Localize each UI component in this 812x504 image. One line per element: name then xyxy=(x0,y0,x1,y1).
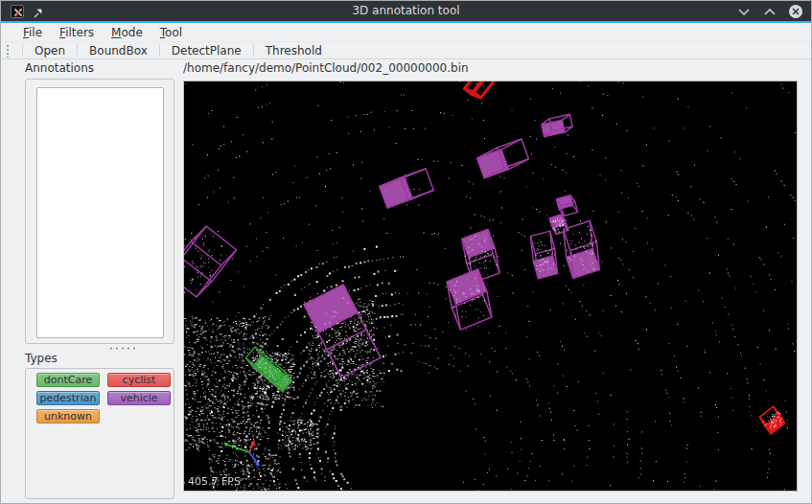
type-button-unknown[interactable]: unknown xyxy=(36,409,100,424)
type-button-dontcare[interactable]: dontCare xyxy=(36,373,100,387)
window-title: 3D annotation tool xyxy=(1,1,811,21)
annotations-label: Annotations xyxy=(25,61,94,75)
toolbar: OpenBoundBoxDetectPlaneThreshold xyxy=(1,41,811,59)
annotations-groupbox xyxy=(25,79,174,344)
toolbar-button-detectplane[interactable]: DetectPlane xyxy=(166,43,247,58)
type-button-cyclist[interactable]: cyclist xyxy=(107,373,171,387)
maximize-button[interactable] xyxy=(762,4,777,18)
types-label: Types xyxy=(25,352,58,365)
type-button-vehicle[interactable]: vehicle xyxy=(107,391,171,405)
fps-counter: 405.7 FPS xyxy=(188,475,241,488)
pin-icon[interactable] xyxy=(33,5,44,17)
toolbar-separator xyxy=(77,44,78,57)
close-icon xyxy=(789,5,802,18)
close-button[interactable] xyxy=(788,4,802,18)
app-window: 3D annotation tool FileFiltersModeTool xyxy=(0,0,812,504)
current-file-path: /home/fancy/demo/PointCloud/002_00000000… xyxy=(183,61,469,75)
titlebar: 3D annotation tool xyxy=(1,1,811,21)
types-groupbox: dontCarecyclistpedestrianvehicleunknown xyxy=(25,368,174,499)
menu-item-tool[interactable]: Tool xyxy=(153,25,189,40)
toolbar-separator xyxy=(22,44,23,57)
annotations-list[interactable] xyxy=(36,87,164,338)
app-menu-icon[interactable] xyxy=(11,5,24,18)
panel-splitter-handle[interactable] xyxy=(108,346,135,351)
minimize-button[interactable] xyxy=(736,4,751,18)
pointcloud-viewport: 405.7 FPS xyxy=(183,80,798,492)
viewport-canvas[interactable] xyxy=(184,81,797,491)
menu-item-mode[interactable]: Mode xyxy=(104,25,150,40)
toolbar-drag-handle[interactable] xyxy=(6,44,11,57)
toolbar-button-threshold[interactable]: Threshold xyxy=(260,43,328,58)
menubar: FileFiltersModeTool xyxy=(1,23,811,41)
type-buttons-grid: dontCarecyclistpedestrianvehicleunknown xyxy=(36,373,174,424)
toolbar-separator xyxy=(253,44,254,57)
menu-item-file[interactable]: File xyxy=(16,25,49,40)
type-button-pedestrian[interactable]: pedestrian xyxy=(36,391,100,405)
toolbar-button-open[interactable]: Open xyxy=(29,43,71,58)
toolbar-separator xyxy=(159,44,160,57)
toolbar-button-boundbox[interactable]: BoundBox xyxy=(83,43,153,58)
menu-item-filters[interactable]: Filters xyxy=(53,25,101,40)
